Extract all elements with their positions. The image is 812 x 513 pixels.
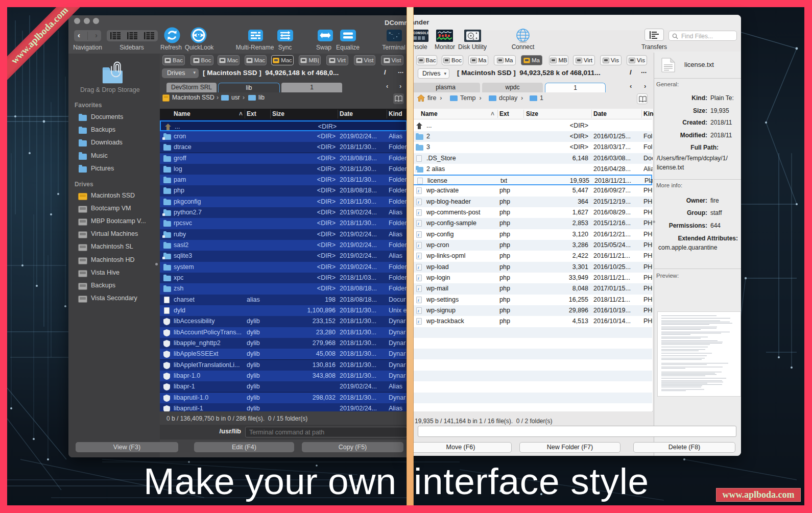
svg-text:>_: >_ bbox=[389, 31, 393, 35]
